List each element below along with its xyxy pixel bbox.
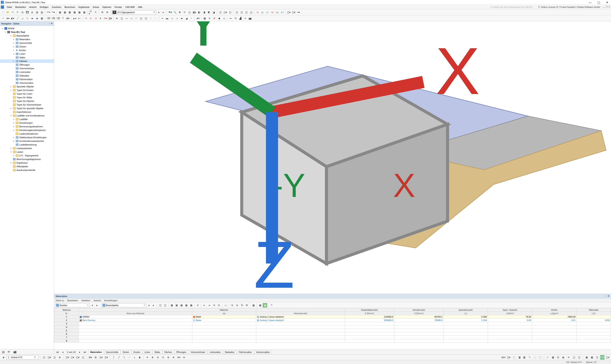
br10-icon[interactable]: ▦ [551, 355, 555, 360]
ax-xn-icon[interactable]: -x↕ [270, 10, 275, 14]
mtb-next-icon[interactable]: ▸ [95, 303, 99, 308]
br12-icon[interactable]: ◐ [561, 355, 566, 360]
ld4-icon[interactable]: ▱ [175, 16, 179, 21]
v4-icon[interactable]: ◨ [202, 10, 206, 14]
br6-icon[interactable]: ✎ [527, 355, 532, 360]
mat-menu-bearbeiten[interactable]: Bearbeiten [67, 299, 78, 302]
sync-icon[interactable]: ⟳ [15, 10, 20, 14]
tree-node[interactable]: ▸Flächen [0, 59, 54, 63]
bt21-icon[interactable]: ⊘ [156, 355, 160, 360]
coordinate-system-select[interactable]: 1 - Global XYZ▼ [6, 355, 39, 359]
tree-node[interactable]: Imperfektionen [0, 110, 54, 114]
cam-icon[interactable]: 📷 [248, 16, 252, 21]
tree-node[interactable]: ▸Typen für Knoten [0, 88, 54, 92]
model-viewport[interactable]: x y z -Y X X Y Z [54, 21, 611, 294]
redo-icon[interactable]: ↷▾ [51, 10, 55, 14]
doc-restore-button[interactable]: ❐ [606, 6, 608, 8]
mat-tab-liniensätze[interactable]: Liniensätze [208, 350, 222, 354]
new-icon[interactable]: 📄 [1, 10, 5, 14]
mat-tab-dicken[interactable]: Dicken [121, 350, 131, 354]
mtb-e1-icon[interactable]: ▦ [251, 303, 256, 308]
bt2-icon[interactable]: ◫▾ [47, 355, 52, 360]
h3-icon[interactable]: ⊐ [93, 16, 98, 21]
s4-icon[interactable]: T [61, 16, 65, 21]
pan-icon[interactable]: ✥ [178, 10, 182, 14]
l5-icon[interactable]: ◆ [35, 16, 39, 21]
menu-ergebnisse[interactable]: Ergebnisse [77, 5, 91, 9]
br17-icon[interactable]: ▦ [590, 355, 594, 360]
doc-minimize-button[interactable]: — [602, 6, 605, 8]
tree-node[interactable]: ▸Einwirkungskombinationen [0, 128, 54, 132]
table-row[interactable]: 7 [54, 336, 611, 339]
mtb-c3-icon[interactable]: ⟲ [212, 303, 216, 308]
mat-tab-stäbe[interactable]: Stäbe [153, 350, 162, 354]
g3-icon[interactable]: ❄ [212, 16, 217, 21]
tree-node[interactable]: Flächensätze [0, 78, 54, 81]
ld2-icon[interactable]: ▬ [165, 16, 169, 21]
mat-close-icon[interactable]: ✕ [608, 295, 609, 298]
tree-node[interactable]: Ausdruckprotokolle [0, 168, 54, 172]
box-icon[interactable]: ◲ [239, 10, 244, 14]
bt18-icon[interactable]: ◐ [138, 355, 142, 360]
table6-icon[interactable]: ▦ [82, 10, 86, 14]
br19-icon[interactable]: 0,00 [600, 355, 605, 360]
l6-icon[interactable]: ▦ [39, 16, 44, 21]
r2-icon[interactable]: ◫▾ [223, 10, 227, 14]
disp3-icon[interactable]: ━▾ [296, 10, 301, 14]
mtb-fx4-icon[interactable]: fx̄ [245, 303, 249, 308]
mat-tab-materialien[interactable]: Materialien [88, 350, 104, 354]
lc-icon[interactable]: 📊▾ [89, 10, 93, 14]
br11-icon[interactable]: ⊡ [556, 355, 560, 360]
zoom-icon[interactable]: 🔍 [173, 10, 177, 14]
bt25-icon[interactable]: ⊜▾ [177, 355, 181, 360]
m2-icon[interactable]: ⟲ [233, 16, 238, 21]
bt15-icon[interactable]: ╲ [122, 355, 126, 360]
br15-icon[interactable]: ◫ [577, 355, 581, 360]
menu-bearbeiten[interactable]: Bearbeiten [14, 5, 28, 9]
br8-icon[interactable]: ⬚ [538, 355, 542, 360]
mtb-a2-icon[interactable]: ◫ [163, 303, 167, 308]
mat-menu-ansicht[interactable]: Ansicht [94, 299, 101, 302]
bt4-icon[interactable]: ⊕ [57, 355, 62, 360]
r-g3-icon[interactable]: 〰 [134, 16, 138, 21]
mat-tab-öffnungen[interactable]: Öffnungen [174, 350, 188, 354]
disp-icon[interactable]: ◫▾ [286, 10, 291, 14]
r-g5-icon[interactable]: ◫ [144, 16, 148, 21]
save-icon[interactable]: 💾 [25, 10, 29, 14]
bt14-icon[interactable]: ╱ [117, 355, 121, 360]
br2-icon[interactable]: ◫▾ [507, 355, 511, 360]
mtb-e2-icon[interactable]: ▦ [258, 303, 262, 308]
s1-icon[interactable]: ⌫ [46, 16, 51, 21]
lc-edit-icon[interactable]: ✎ [93, 10, 98, 14]
tree-node[interactable]: ▸Querschnitte [0, 41, 54, 45]
nav-tab-display-icon[interactable]: 👁 [7, 350, 10, 353]
cube-icon[interactable]: ◳ [234, 10, 239, 14]
tree-node[interactable]: ▸Spezielle Objekte [0, 85, 54, 88]
nav-tab-views-icon[interactable]: 📹 [13, 350, 16, 353]
v1-icon[interactable]: ◫ [187, 10, 192, 14]
nav-tab-data-icon[interactable]: ▤ [2, 350, 5, 353]
lc-prev-icon[interactable]: ◂ [156, 10, 161, 14]
minimize-button[interactable]: — [587, 1, 593, 4]
bt13-icon[interactable]: │ [111, 355, 116, 360]
mtb-fx1-icon[interactable]: fx [230, 303, 234, 308]
print-icon[interactable]: 🖨 [30, 10, 34, 14]
ld7-icon[interactable]: • [189, 16, 194, 21]
mtb-c1-icon[interactable]: ⇤ [202, 303, 207, 308]
mtb-p2-icon[interactable]: ◂ [146, 303, 151, 308]
mtb-d1-icon[interactable]: ▭ [223, 303, 228, 308]
br14-icon[interactable]: ◫ [572, 355, 576, 360]
menu-hilfe[interactable]: Hilfe [136, 5, 144, 9]
cur-icon[interactable]: ⬈▾ [196, 16, 200, 21]
iso-icon[interactable]: ◰ [244, 10, 249, 14]
mat-menu-gehe zu[interactable]: Gehe zu [56, 299, 64, 302]
tree-node[interactable]: ▸Kombinationsassistenten [0, 139, 54, 143]
mtb-c4-icon[interactable]: ⟳ [217, 303, 221, 308]
mat-tab-volumensätze[interactable]: Volumensätze [254, 350, 272, 354]
mnav-prev-icon[interactable]: ◂ [61, 350, 65, 354]
v6-icon[interactable]: ◪ [211, 10, 216, 14]
mat-tab-linien[interactable]: Linien [143, 350, 152, 354]
materials-combo-struktur[interactable]: Struktur▼ [55, 303, 90, 307]
l1-icon[interactable]: ╱ [15, 16, 20, 21]
del-icon[interactable]: ✕ [243, 16, 247, 21]
